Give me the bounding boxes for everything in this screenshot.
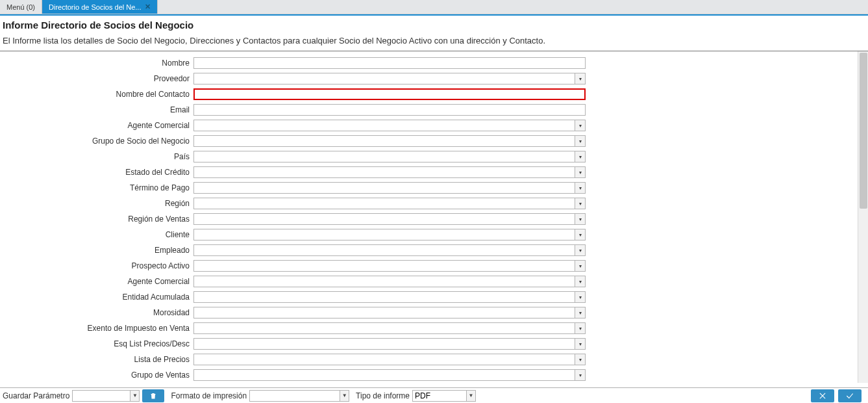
print-format-select[interactable]: ▼ — [249, 390, 349, 402]
scrollbar[interactable] — [858, 51, 868, 383]
chevron-down-icon[interactable]: ▾ — [575, 229, 586, 240]
tab-bar: Menú (0) Directorio de Socios del Ne... … — [0, 0, 868, 14]
field-input[interactable] — [193, 244, 575, 256]
save-param-input[interactable] — [72, 390, 130, 402]
close-icon[interactable]: ✕ — [145, 3, 151, 11]
chevron-down-icon[interactable]: ▼ — [467, 390, 476, 402]
field-text[interactable] — [193, 88, 586, 100]
form-row: Lista de Precios▾ — [0, 352, 850, 367]
print-format-input[interactable] — [249, 390, 340, 402]
chevron-down-icon[interactable]: ▾ — [575, 369, 586, 381]
field-dropdown[interactable]: ▾ — [193, 229, 586, 240]
form-row: Término de Pago▾ — [0, 180, 850, 196]
field-input[interactable] — [193, 307, 575, 318]
field-input[interactable] — [193, 166, 575, 178]
chevron-down-icon[interactable]: ▼ — [340, 390, 349, 402]
field-input[interactable] — [193, 88, 586, 100]
field-label: Región — [0, 199, 193, 208]
field-input[interactable] — [193, 182, 575, 194]
field-label: Exento de Impuesto en Venta — [0, 324, 193, 333]
field-dropdown[interactable]: ▾ — [193, 182, 586, 194]
field-input[interactable] — [193, 338, 575, 350]
form-row: Región de Ventas▾ — [0, 211, 850, 227]
field-input[interactable] — [193, 354, 575, 365]
field-input[interactable] — [193, 229, 575, 240]
form-row: Esq List Precios/Desc▾ — [0, 336, 850, 352]
field-dropdown[interactable]: ▾ — [193, 198, 586, 209]
field-label: Grupo de Ventas — [0, 370, 193, 380]
field-input[interactable] — [193, 135, 575, 147]
tab-menu-label: Menú (0) — [6, 3, 35, 11]
chevron-down-icon[interactable]: ▾ — [575, 182, 586, 194]
field-dropdown[interactable]: ▾ — [193, 120, 586, 131]
save-param-select[interactable]: ▼ — [72, 390, 140, 402]
check-icon — [845, 391, 854, 400]
field-input[interactable] — [193, 198, 575, 209]
field-input[interactable] — [193, 260, 575, 272]
field-input[interactable] — [193, 291, 575, 303]
form-row: Nombre — [0, 55, 850, 71]
field-dropdown[interactable]: ▾ — [193, 151, 586, 162]
form-row: Email — [0, 102, 850, 118]
field-dropdown[interactable]: ▾ — [193, 244, 586, 256]
delete-param-button[interactable] — [142, 389, 164, 402]
chevron-down-icon[interactable]: ▾ — [575, 307, 586, 318]
form-row: Entidad Acumulada▾ — [0, 289, 850, 305]
chevron-down-icon[interactable]: ▾ — [575, 291, 586, 303]
cancel-button[interactable] — [811, 389, 834, 402]
field-dropdown[interactable]: ▾ — [193, 291, 586, 303]
tab-menu[interactable]: Menú (0) — [0, 0, 42, 14]
chevron-down-icon[interactable]: ▼ — [130, 390, 140, 402]
field-input[interactable] — [193, 104, 586, 116]
field-input[interactable] — [193, 120, 575, 131]
scrollbar-thumb[interactable] — [860, 53, 867, 209]
field-dropdown[interactable]: ▾ — [193, 166, 586, 178]
field-dropdown[interactable]: ▾ — [193, 369, 586, 381]
field-label: Estado del Crédito — [0, 168, 193, 177]
field-dropdown[interactable]: ▾ — [193, 338, 586, 350]
chevron-down-icon[interactable]: ▾ — [575, 276, 586, 287]
field-dropdown[interactable]: ▾ — [193, 260, 586, 272]
chevron-down-icon[interactable]: ▾ — [575, 260, 586, 272]
field-label: Prospecto Activo — [0, 261, 193, 270]
form-row: Agente Comercial▾ — [0, 118, 850, 133]
field-label: Lista de Precios — [0, 355, 193, 364]
field-dropdown[interactable]: ▾ — [193, 276, 586, 287]
field-text[interactable] — [193, 57, 586, 69]
field-text[interactable] — [193, 104, 586, 116]
field-dropdown[interactable]: ▾ — [193, 307, 586, 318]
report-type-select[interactable]: ▼ — [412, 390, 476, 402]
field-dropdown[interactable]: ▾ — [193, 135, 586, 147]
field-input[interactable] — [193, 276, 575, 287]
field-input[interactable] — [193, 73, 575, 84]
field-dropdown[interactable]: ▾ — [193, 354, 586, 365]
confirm-button[interactable] — [838, 389, 862, 402]
tab-active[interactable]: Directorio de Socios del Ne... ✕ — [42, 0, 158, 14]
chevron-down-icon[interactable]: ▾ — [575, 338, 586, 350]
field-label: Entidad Acumulada — [0, 292, 193, 302]
report-type-input[interactable] — [412, 390, 467, 402]
chevron-down-icon[interactable]: ▾ — [575, 166, 586, 178]
field-input[interactable] — [193, 369, 575, 381]
field-input[interactable] — [193, 213, 575, 225]
chevron-down-icon[interactable]: ▾ — [575, 73, 586, 84]
chevron-down-icon[interactable]: ▾ — [575, 322, 586, 334]
field-dropdown[interactable]: ▾ — [193, 322, 586, 334]
field-input[interactable] — [193, 151, 575, 162]
field-input[interactable] — [193, 322, 575, 334]
field-label: Empleado — [0, 246, 193, 255]
field-label: Agente Comercial — [0, 121, 193, 130]
chevron-down-icon[interactable]: ▾ — [575, 244, 586, 256]
chevron-down-icon[interactable]: ▾ — [575, 120, 586, 131]
header: Informe Directorio de Socios del Negocio… — [0, 16, 868, 51]
field-dropdown[interactable]: ▾ — [193, 213, 586, 225]
chevron-down-icon[interactable]: ▾ — [575, 354, 586, 365]
field-dropdown[interactable]: ▾ — [193, 73, 586, 84]
chevron-down-icon[interactable]: ▾ — [575, 151, 586, 162]
field-input[interactable] — [193, 57, 586, 69]
action-buttons — [811, 389, 865, 402]
chevron-down-icon[interactable]: ▾ — [575, 213, 586, 225]
chevron-down-icon[interactable]: ▾ — [575, 198, 586, 209]
field-label: Término de Pago — [0, 183, 193, 192]
chevron-down-icon[interactable]: ▾ — [575, 135, 586, 147]
